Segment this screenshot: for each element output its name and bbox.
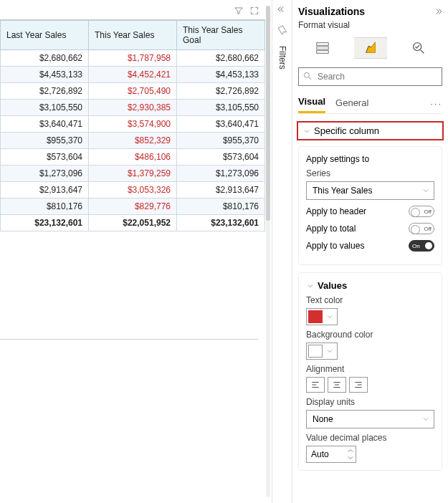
bg-color-label: Background color [306, 330, 434, 340]
svg-point-4 [304, 72, 309, 77]
table-row[interactable]: $573,604$486,106$573,604 [1, 149, 265, 166]
stepper-down-icon[interactable] [348, 456, 353, 460]
chevron-down-icon [306, 282, 315, 290]
values-card: Values Text color Background color Align… [298, 272, 442, 471]
chevron-down-icon [325, 347, 334, 355]
align-left-button[interactable] [306, 377, 325, 393]
apply-settings-heading: Apply settings to [306, 154, 434, 164]
table-row[interactable]: $2,680,662$1,787,958$2,680,662 [1, 50, 265, 67]
series-select[interactable]: This Year Sales [306, 181, 434, 200]
apply-total-toggle[interactable]: Off [409, 223, 434, 234]
visualizations-pane: Visualizations Format visual Visual Gene… [292, 0, 448, 503]
apply-header-toggle[interactable]: Off [409, 206, 434, 217]
canvas-scrollbar[interactable] [266, 6, 270, 497]
canvas-divider [0, 339, 258, 340]
filter-icon[interactable] [234, 6, 244, 18]
apply-values-toggle[interactable]: On [409, 240, 434, 252]
table-row[interactable]: $3,640,471$3,574,900$3,640,471 [1, 116, 265, 133]
col-header[interactable]: This Year Sales Goal [177, 21, 265, 50]
expand-filters-icon[interactable] [277, 4, 287, 16]
tab-visual[interactable]: Visual [298, 93, 325, 113]
align-right-button[interactable] [349, 377, 368, 393]
tabs-more-icon[interactable]: ··· [430, 98, 442, 109]
table-row[interactable]: $2,726,892$2,705,490$2,726,892 [1, 83, 265, 100]
format-visual-icon[interactable] [354, 37, 387, 59]
bg-color-picker[interactable] [306, 342, 338, 360]
table-row[interactable]: $810,176$829,776$810,176 [1, 198, 265, 215]
table-row[interactable]: $955,370$852,329$955,370 [1, 133, 265, 149]
bg-color-swatch [308, 345, 323, 358]
apply-total-label: Apply to total [306, 224, 356, 234]
chevron-down-icon [421, 415, 430, 423]
decimal-places-stepper[interactable]: Auto [306, 446, 356, 463]
tab-general[interactable]: General [335, 95, 368, 112]
col-header[interactable]: This Year Sales [89, 21, 177, 50]
text-color-picker[interactable] [306, 308, 338, 325]
pane-subtitle: Format visual [298, 20, 442, 30]
filters-label[interactable]: Filters [277, 46, 287, 70]
search-icon [302, 71, 313, 81]
svg-rect-1 [316, 47, 328, 49]
decimal-places-label: Value decimal places [306, 433, 434, 443]
stepper-up-icon[interactable] [348, 449, 353, 453]
apply-header-label: Apply to header [306, 206, 366, 216]
table-row[interactable]: $2,913,647$3,053,326$2,913,647 [1, 182, 265, 198]
table-row[interactable]: $1,273,096$1,379,259$1,273,096 [1, 166, 265, 182]
table-row[interactable]: $4,453,133$4,452,421$4,453,133 [1, 67, 265, 83]
values-header[interactable]: Values [306, 280, 434, 291]
visual-toolbar [0, 4, 265, 20]
svg-rect-0 [316, 43, 328, 46]
specific-column-header[interactable]: Specific column [297, 121, 444, 140]
chevron-down-icon [302, 127, 311, 135]
svg-rect-2 [316, 51, 328, 54]
text-color-label: Text color [306, 295, 434, 305]
alignment-group [306, 377, 434, 393]
report-canvas: Last Year Sales This Year Sales This Yea… [0, 0, 272, 503]
text-color-swatch [308, 310, 323, 323]
chevron-down-icon [421, 186, 430, 195]
chevron-down-icon [325, 312, 334, 321]
col-header[interactable]: Last Year Sales [1, 21, 89, 50]
table-total-row: $23,132,601$22,051,952$23,132,601 [1, 215, 265, 231]
series-label: Series [306, 168, 434, 178]
data-table: Last Year Sales This Year Sales This Yea… [0, 20, 265, 231]
apply-values-label: Apply to values [306, 241, 364, 251]
filters-pane-collapsed: Filters [272, 0, 292, 503]
build-visual-icon[interactable] [306, 37, 339, 59]
expand-pane-icon[interactable] [432, 6, 442, 19]
table-row[interactable]: $3,105,550$2,930,385$3,105,550 [1, 100, 265, 116]
alignment-label: Alignment [306, 364, 434, 374]
format-tabs: Visual General ··· [298, 93, 442, 114]
focus-mode-icon[interactable] [249, 6, 259, 18]
format-search [298, 67, 442, 86]
display-units-label: Display units [306, 397, 434, 407]
pane-title: Visualizations [298, 6, 365, 17]
apply-settings-card: Apply settings to Series This Year Sales… [298, 146, 442, 265]
bookmark-icon[interactable] [277, 25, 287, 37]
table-visual[interactable]: Last Year Sales This Year Sales This Yea… [0, 4, 265, 231]
analytics-icon[interactable] [402, 37, 435, 59]
search-input[interactable] [298, 67, 442, 86]
display-units-select[interactable]: None [306, 410, 434, 428]
format-mode-tabs [298, 34, 442, 64]
align-center-button[interactable] [328, 377, 346, 393]
